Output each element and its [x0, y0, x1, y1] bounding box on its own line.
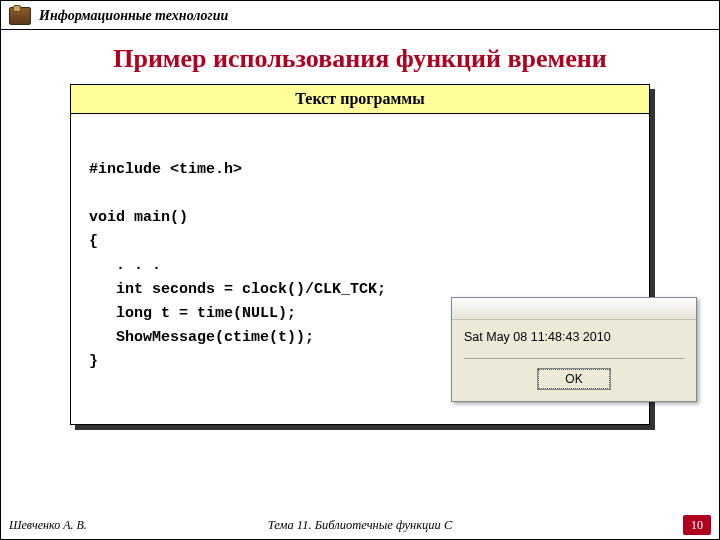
dialog-button-row: OK — [452, 359, 696, 401]
footer: Шевченко А. В. Тема 11. Библиотечные фун… — [1, 513, 719, 539]
top-bar: Информационные технологии — [1, 1, 719, 30]
code-header: Текст программы — [71, 85, 649, 114]
dialog-titlebar[interactable] — [452, 298, 696, 320]
message-dialog: Sat May 08 11:48:43 2010 OK — [451, 297, 697, 402]
dialog-message: Sat May 08 11:48:43 2010 — [452, 320, 696, 348]
footer-topic: Тема 11. Библиотечные функции С — [268, 518, 452, 533]
slide: Информационные технологии Пример использ… — [0, 0, 720, 540]
book-icon — [9, 7, 31, 25]
page-number: 10 — [683, 515, 711, 535]
ok-button[interactable]: OK — [538, 369, 609, 389]
footer-author: Шевченко А. В. — [9, 518, 87, 533]
course-title: Информационные технологии — [39, 8, 228, 24]
slide-title: Пример использования функций времени — [1, 30, 719, 84]
